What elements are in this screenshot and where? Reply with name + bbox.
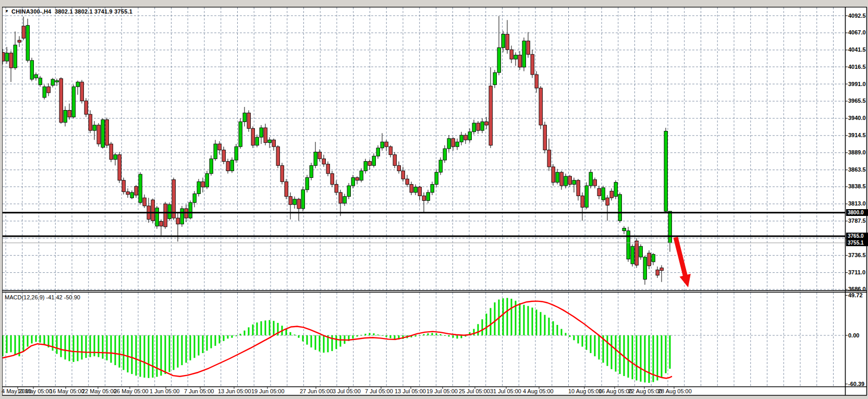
macd-panel-area[interactable] [3, 293, 845, 386]
time-axis[interactable] [2, 387, 846, 395]
window-top-edge [0, 0, 868, 7]
trading-chart-window: ▼ CHINA300-,H4 3802.1 3802.1 3741.9 3755… [0, 0, 868, 399]
price-chart-area[interactable] [3, 7, 845, 291]
window-bottom-edge [0, 396, 868, 399]
window-left-edge [0, 7, 2, 396]
price-axis[interactable] [846, 7, 867, 386]
